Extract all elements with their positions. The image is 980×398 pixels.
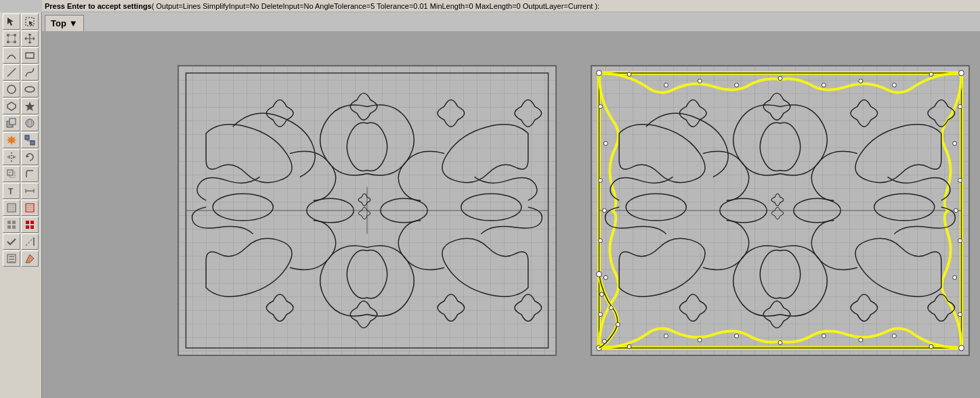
- tool-curve[interactable]: [21, 64, 39, 81]
- svg-rect-45: [30, 221, 34, 224]
- svg-point-65: [597, 70, 602, 76]
- tool-rotate[interactable]: [21, 149, 39, 165]
- tool-ellipse[interactable]: [21, 81, 39, 97]
- tool-text[interactable]: T: [3, 183, 20, 199]
- svg-rect-27: [9, 172, 15, 177]
- toolbar: T: [0, 12, 42, 398]
- design-svg-left: [179, 66, 555, 355]
- svg-point-71: [822, 83, 826, 87]
- tool-layer[interactable]: [3, 250, 20, 267]
- svg-line-9: [7, 68, 16, 76]
- tab-label: Top: [51, 18, 66, 28]
- svg-point-77: [953, 141, 957, 146]
- svg-marker-24: [13, 155, 16, 159]
- svg-rect-53: [9, 261, 14, 263]
- command-params: ( Output=Lines SimplifyInput=No DeleteIn…: [152, 2, 599, 10]
- tool-grid2[interactable]: [21, 217, 39, 233]
- tool-snap[interactable]: [21, 234, 39, 250]
- svg-point-10: [7, 85, 16, 93]
- svg-line-48: [26, 238, 34, 246]
- svg-point-16: [26, 119, 34, 127]
- tool-hatch2[interactable]: [21, 200, 39, 216]
- toolbar-row-11: T: [1, 183, 40, 199]
- tool-select[interactable]: [3, 14, 20, 30]
- tool-grid[interactable]: [3, 217, 20, 233]
- tool-move[interactable]: [21, 30, 39, 47]
- svg-point-107: [874, 194, 935, 221]
- tool-fillet[interactable]: [21, 166, 39, 182]
- toolbar-row-1: [1, 14, 40, 30]
- toolbar-row-14: [1, 234, 40, 250]
- svg-marker-54: [26, 255, 34, 263]
- svg-point-59: [461, 194, 521, 221]
- tool-mirror[interactable]: [3, 149, 20, 165]
- tool-points[interactable]: [3, 30, 20, 47]
- tool-polygon[interactable]: [3, 98, 20, 114]
- svg-marker-12: [7, 102, 16, 110]
- svg-point-58: [213, 194, 273, 221]
- svg-point-70: [778, 76, 782, 81]
- svg-rect-15: [9, 118, 16, 125]
- viewport: [42, 31, 980, 398]
- tool-explode[interactable]: [3, 132, 20, 148]
- toolbar-row-5: [1, 81, 40, 97]
- svg-point-106: [626, 194, 686, 221]
- svg-point-88: [778, 340, 782, 345]
- svg-point-103: [609, 306, 613, 310]
- svg-point-105: [602, 339, 606, 343]
- svg-point-87: [822, 334, 826, 338]
- svg-point-83: [959, 345, 964, 351]
- tool-line[interactable]: [3, 64, 20, 81]
- svg-point-97: [602, 208, 606, 213]
- svg-point-69: [735, 83, 739, 87]
- svg-point-75: [959, 70, 964, 76]
- svg-point-73: [892, 83, 896, 87]
- toolbar-row-15: [1, 250, 40, 267]
- svg-point-100: [599, 104, 603, 108]
- svg-rect-51: [9, 256, 14, 257]
- tab-dropdown-icon[interactable]: ▼: [69, 18, 78, 28]
- svg-point-81: [953, 275, 957, 280]
- toolbar-row-4: [1, 64, 40, 81]
- svg-rect-26: [7, 170, 13, 175]
- svg-point-82: [958, 313, 962, 317]
- tool-eraser[interactable]: [21, 250, 39, 267]
- toolbar-row-10: [1, 166, 40, 182]
- svg-point-76: [958, 104, 962, 108]
- svg-rect-43: [12, 225, 16, 229]
- svg-marker-18: [6, 135, 17, 145]
- tool-arc[interactable]: [3, 47, 20, 64]
- svg-point-101: [597, 271, 602, 277]
- tool-select2[interactable]: [21, 14, 39, 30]
- svg-point-78: [958, 178, 962, 182]
- tool-offset[interactable]: [3, 166, 20, 182]
- svg-point-91: [664, 334, 668, 338]
- svg-rect-8: [26, 53, 34, 58]
- svg-marker-13: [25, 102, 35, 111]
- viewport-tab[interactable]: Top ▼: [45, 15, 84, 31]
- tool-check[interactable]: [3, 234, 20, 250]
- tool-3d-box[interactable]: [3, 115, 20, 131]
- toolbar-row-9: [1, 149, 40, 165]
- tool-star[interactable]: [21, 98, 39, 114]
- tool-3d-sphere[interactable]: [21, 115, 39, 131]
- svg-point-98: [599, 178, 603, 182]
- svg-point-104: [616, 322, 620, 326]
- svg-rect-20: [30, 141, 35, 145]
- svg-marker-25: [26, 155, 29, 158]
- tool-dimension[interactable]: [21, 183, 39, 199]
- command-bar: Press Enter to accept settings ( Output=…: [42, 0, 980, 12]
- svg-marker-23: [7, 155, 10, 159]
- svg-rect-52: [9, 259, 14, 260]
- toolbar-row-12: [1, 200, 40, 216]
- tool-circle[interactable]: [3, 81, 20, 97]
- svg-point-89: [735, 334, 739, 338]
- canvas-left: [177, 65, 557, 356]
- tool-hatch[interactable]: [3, 200, 20, 216]
- tool-transform[interactable]: [21, 132, 39, 148]
- svg-point-102: [600, 292, 604, 296]
- svg-text:T: T: [8, 187, 14, 196]
- tool-rect[interactable]: [21, 47, 39, 64]
- svg-rect-46: [26, 225, 29, 229]
- toolbar-row-13: [1, 217, 40, 233]
